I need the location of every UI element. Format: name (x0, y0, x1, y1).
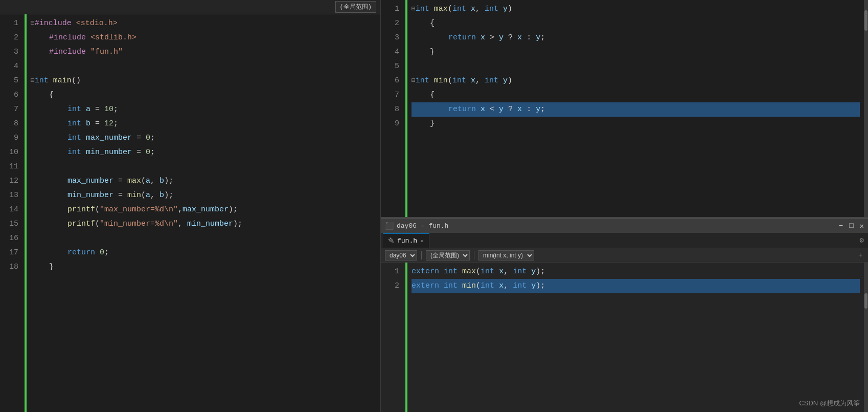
code-line: ⊟int min(int x, int y) (412, 74, 860, 88)
keyword-token: int (35, 74, 49, 88)
plain-token: = (132, 131, 146, 145)
variable-token: y (536, 31, 540, 45)
line-number: 4 (0, 59, 18, 74)
window-controls: − □ ✕ (839, 222, 864, 230)
function-token: printf (67, 203, 95, 217)
code-line: ⊟int max(int x, int y) (412, 2, 860, 16)
fold-icon[interactable]: ⊟ (412, 74, 416, 88)
variable-token: y (503, 74, 508, 88)
bottom-code-content[interactable]: extern int max(int x, int y); extern int… (407, 263, 864, 412)
whitespace-token (31, 145, 67, 160)
main-content: (全局范围) 123456789101112131415161718 ⊟#inc… (0, 0, 868, 412)
close-button[interactable]: ✕ (860, 222, 864, 230)
code-line: ⊟#include <stdio.h> (31, 16, 376, 31)
window-title: day06 - fun.h (397, 222, 448, 230)
toolbar-settings-icon[interactable]: ⚙ (860, 236, 864, 245)
whitespace-token (466, 2, 471, 16)
keyword-token: int (67, 145, 81, 160)
code-line (31, 59, 376, 74)
keyword-token: int (67, 117, 81, 131)
keyword-token: int (485, 74, 498, 88)
window-title-bar: ⬛ day06 - fun.h − □ ✕ (381, 219, 868, 233)
right-top-scrollbar-thumb (864, 10, 867, 31)
plain-token: , (475, 74, 485, 88)
line-number: 9 (0, 131, 18, 145)
whitespace-token (429, 2, 434, 16)
plain-token: ( (141, 188, 146, 203)
plain-token: { (430, 16, 435, 31)
code-line: ⊟int main() (31, 74, 376, 88)
code-line: { (31, 88, 376, 102)
whitespace-token (31, 117, 67, 131)
fold-icon[interactable]: ⊟ (31, 16, 35, 31)
include-token: #include <stdlib.h> (49, 31, 136, 45)
whitespace-token (31, 260, 49, 274)
keyword-token: int (416, 74, 429, 88)
plain-token: ; (150, 145, 155, 160)
line-number: 6 (381, 74, 399, 88)
fold-icon[interactable]: ⊟ (31, 74, 35, 88)
variable-token: y (499, 102, 504, 117)
keyword-token: extern (412, 279, 439, 293)
bottom-scrollbar[interactable] (864, 263, 868, 412)
watermark: CSDN @想成为风筝 (799, 399, 860, 408)
tab-close-icon[interactable]: ✕ (420, 237, 424, 244)
code-line: { (412, 88, 860, 102)
code-line: } (412, 117, 860, 131)
variable-token: max_number (67, 174, 113, 188)
minimize-button[interactable]: − (839, 222, 843, 230)
plain-token: , (150, 174, 159, 188)
line-number: 16 (0, 231, 18, 246)
variable-token: y (499, 31, 504, 45)
maximize-button[interactable]: □ (849, 222, 853, 230)
line-number: 7 (381, 88, 399, 102)
line-number: 8 (0, 117, 18, 131)
toolbar-add-icon[interactable]: ＋ (858, 251, 864, 259)
whitespace-token (81, 145, 86, 160)
variable-token: x (517, 31, 522, 45)
keyword-token: int (513, 279, 527, 293)
code-line: #include <stdlib.h> (31, 31, 376, 45)
variable-token: b (86, 117, 90, 131)
keyword-token: return (67, 246, 95, 260)
project-dropdown[interactable]: day06 (385, 250, 417, 261)
variable-token: b (159, 188, 164, 203)
left-code-content[interactable]: ⊟#include <stdio.h> #include <stdlib.h> … (27, 14, 380, 412)
right-pane: 123456789 ⊟int max(int x, int y) { retur… (381, 0, 868, 412)
code-line (412, 59, 860, 74)
plain-token: < (485, 102, 499, 117)
fold-icon[interactable]: ⊟ (412, 2, 416, 16)
right-top-scrollbar[interactable] (864, 0, 868, 217)
plain-token: } (49, 260, 54, 274)
variable-token: x (499, 265, 504, 279)
function-token: min (127, 188, 141, 203)
right-top-code-content[interactable]: ⊟int max(int x, int y) { return x > y ? … (407, 0, 864, 217)
keyword-token: int (452, 74, 466, 88)
bottom-toolbar: day06 (全局范围) min(int x, int y) ＋ (381, 248, 868, 263)
function-dropdown[interactable]: min(int x, int y) (478, 250, 534, 261)
right-top-editor: 123456789 ⊟int max(int x, int y) { retur… (381, 0, 868, 218)
keyword-token: int (452, 2, 466, 16)
whitespace-token (81, 102, 86, 117)
variable-token: y (536, 102, 540, 117)
whitespace-token (458, 265, 462, 279)
keyword-token: return (448, 31, 476, 45)
variable-token: x (517, 102, 522, 117)
line-number: 18 (0, 260, 18, 274)
line-number: 7 (0, 102, 18, 117)
left-toolbar: (全局范围) (0, 0, 380, 14)
line-number: 4 (381, 45, 399, 59)
line-number: 3 (0, 45, 18, 59)
scope-dropdown[interactable]: (全局范围) (426, 250, 470, 261)
line-number: 1 (0, 16, 18, 31)
tab-fun-h[interactable]: 🔌 fun.h ✕ (383, 233, 429, 248)
line-number: 1 (381, 2, 399, 16)
variable-token: a (86, 102, 90, 117)
plain-token: ; (113, 117, 118, 131)
code-line (31, 231, 376, 246)
plain-token: ( (95, 203, 100, 217)
plain-token: ; (104, 246, 109, 260)
string-token: "min_number=%d\n" (100, 217, 178, 231)
plain-token: ( (448, 74, 452, 88)
plain-token: ); (164, 188, 178, 203)
